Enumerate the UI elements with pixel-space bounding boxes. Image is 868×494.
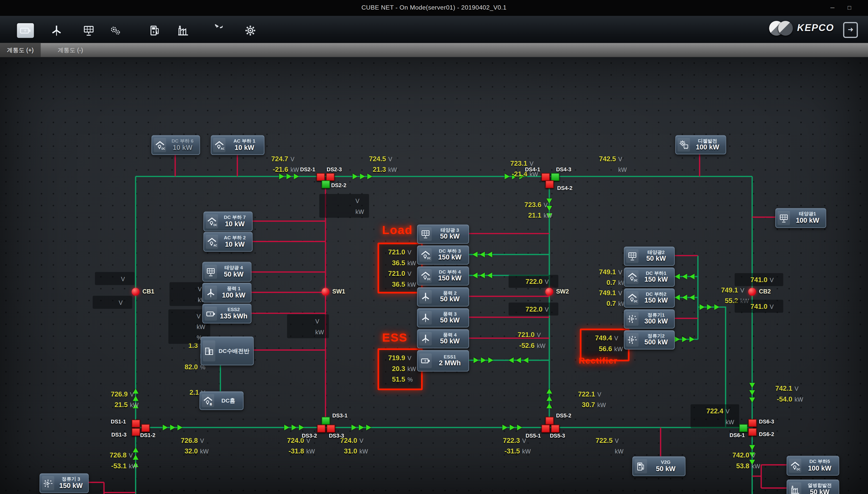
ev-charger-icon[interactable]: [146, 23, 163, 38]
device-wind-3[interactable]: 풍력 350 kW: [417, 308, 469, 327]
device-dc-load-5[interactable]: DCDC 부하5100 kW: [787, 456, 839, 476]
switch-ds5-2[interactable]: [545, 417, 554, 424]
device-wind-2[interactable]: 풍력 250 kW: [417, 287, 469, 306]
device-text: 정류기2500 kW: [640, 334, 674, 346]
measurement-row: 749.1V: [584, 267, 630, 277]
switch-label-ds4-3: DS4-3: [556, 166, 571, 173]
device-ac-load-2[interactable]: ACAC 부하 210 kW: [203, 232, 253, 252]
switch-ds4-1[interactable]: [541, 173, 550, 181]
device-ac-load-1[interactable]: ACAC 부하 110 kW: [211, 135, 264, 155]
device-dc-load-7[interactable]: DCDC 부하 710 kW: [203, 212, 253, 231]
device-text: 풍력 450 kW: [433, 332, 469, 345]
switch-label-ds6-1: DS6-1: [730, 432, 745, 438]
device-v2g[interactable]: V2G50 kW: [632, 456, 686, 476]
flow-arrow-icon: [749, 398, 755, 402]
battery-icon: [205, 307, 217, 320]
switch-ds1-3[interactable]: [132, 428, 140, 436]
flow-arrow-icon: [480, 272, 485, 278]
measurement-row: 719.9V: [379, 353, 419, 362]
measurement-row: 721.0V: [379, 268, 419, 278]
device-rating: 500 kW: [640, 339, 672, 346]
device-dc-panel[interactable]: DC수배전반: [201, 337, 254, 365]
minimize-button[interactable]: ─: [826, 3, 839, 13]
measurement-ds1-down: 726.8V-53.1kW: [92, 449, 142, 472]
switch-ds6-3[interactable]: [748, 419, 757, 427]
device-dc-load-1[interactable]: DCDC 부하1150 kW: [624, 268, 675, 287]
refresh-icon[interactable]: [208, 23, 225, 38]
alarm-label-rectifier: Rectifier: [579, 356, 618, 365]
switch-ds4-2[interactable]: [545, 180, 554, 188]
device-rating: 150 kW: [55, 482, 86, 490]
device-dc-load-2[interactable]: DCDC 부하2150 kW: [624, 288, 675, 308]
tab-diagram-plus[interactable]: 계통도 (+): [0, 43, 41, 57]
switch-ds3-2[interactable]: [317, 425, 326, 433]
device-pv-2[interactable]: 태양광250 kW: [624, 247, 675, 266]
switch-ds3-3[interactable]: [327, 425, 335, 433]
wind-icon[interactable]: [48, 23, 65, 38]
device-dc-load-6[interactable]: DCDC 부하 610 kW: [152, 135, 200, 155]
kepco-logo: KEPCO: [769, 21, 834, 36]
measurement-sw1-below-blank: VkW: [287, 315, 329, 338]
flow-arrow-icon: [359, 425, 364, 430]
flow-arrow-icon: [675, 337, 680, 342]
measurement-ds2-below-blank: VkW: [319, 194, 369, 218]
device-pv-1[interactable]: 태양광1100 kW: [775, 208, 826, 228]
rectifier-icon: [626, 333, 638, 347]
flow-arrow-icon: [480, 252, 485, 257]
switch-ds4-3[interactable]: [551, 173, 559, 181]
node-cb1[interactable]: [132, 288, 139, 296]
breaker-icon[interactable]: [17, 23, 34, 38]
device-dc-load-3[interactable]: DCDC 부하 3150 kW: [417, 245, 469, 265]
measurement-row: kW: [581, 165, 630, 174]
switch-ds3-1[interactable]: [321, 417, 330, 424]
device-rectifier-3[interactable]: 정류기 3150 kW: [40, 473, 88, 493]
device-text: ESS12 MWh: [433, 355, 469, 367]
device-chp[interactable]: 열병합발전50 kW: [787, 480, 839, 494]
measurement-row: 32.0kW: [167, 446, 211, 456]
device-wind-4[interactable]: 풍력 450 kW: [417, 329, 469, 348]
device-wind-1[interactable]: 풍력 1100 kW: [202, 283, 252, 303]
device-ess-1[interactable]: ESS12 MWh: [417, 350, 469, 372]
switch-ds6-1[interactable]: [739, 424, 748, 432]
solar-icon[interactable]: [80, 23, 97, 38]
flow-arrow-icon: [366, 425, 371, 430]
switch-ds5-3[interactable]: [551, 425, 559, 433]
device-pv-4[interactable]: 태양광 450 kW: [202, 262, 252, 282]
device-dc-load-4[interactable]: DCDC 부하 4150 kW: [417, 266, 469, 285]
switch-ds1-1[interactable]: [132, 420, 140, 428]
device-dc-home[interactable]: 홈DC홈: [199, 391, 243, 410]
switch-ds2-1[interactable]: [316, 173, 325, 181]
switch-ds5-1[interactable]: [541, 425, 550, 433]
house-icon: DC: [154, 138, 166, 152]
plant-icon[interactable]: [175, 23, 192, 38]
device-text: DC 부하1150 kW: [640, 271, 674, 284]
switch-ds2-2[interactable]: [321, 180, 330, 188]
device-rectifier-2[interactable]: 정류기2500 kW: [624, 330, 675, 349]
device-ess-2[interactable]: ESS2135 kWh: [202, 304, 252, 323]
tab-diagram-minus[interactable]: 계통도 (-): [51, 43, 90, 57]
alarm-box-ess-alarm: 719.9V20.3kW51.5%: [378, 348, 423, 390]
switch-ds2-3[interactable]: [326, 173, 335, 181]
node-sw2[interactable]: [545, 288, 553, 296]
measurement-ds5-right: 722.5VkW: [579, 434, 629, 457]
switch-ds1-2[interactable]: [141, 424, 150, 432]
gears-icon[interactable]: [107, 23, 124, 38]
wind-icon: [419, 311, 432, 324]
measurement-row: 724.5V: [351, 154, 399, 164]
device-rating: 50 kW: [433, 338, 467, 345]
switch-ds6-2[interactable]: [748, 428, 757, 436]
device-text: AC 부하 110 kW: [226, 139, 264, 152]
device-diesel-gen[interactable]: 디젤발전100 kW: [675, 135, 726, 154]
device-text: V2G50 kW: [648, 460, 685, 473]
rectifier-icon: [626, 312, 638, 325]
node-sw1[interactable]: [321, 288, 329, 296]
measurement-row: 31.0kW: [326, 446, 371, 456]
device-pv-3[interactable]: 태양광 350 kW: [417, 225, 469, 244]
logout-button[interactable]: ➜: [843, 22, 858, 38]
maximize-button[interactable]: □: [843, 3, 855, 13]
switch-label-ds3-2: DS3-2: [302, 433, 317, 439]
measurement-row: -21.6kW: [245, 165, 301, 174]
device-rectifier-1[interactable]: 정류기1300 kW: [624, 309, 675, 328]
node-cb2[interactable]: [748, 288, 756, 296]
settings-icon[interactable]: [242, 23, 259, 38]
